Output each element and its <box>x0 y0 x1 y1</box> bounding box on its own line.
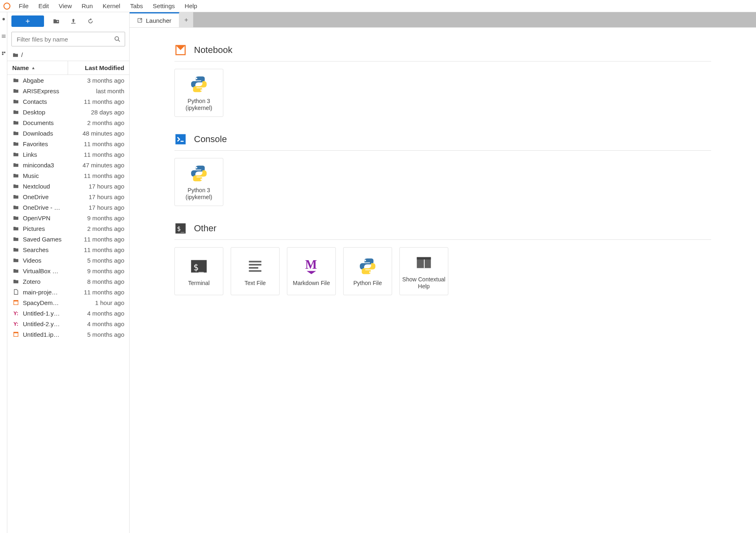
file-row[interactable]: miniconda347 minutes ago <box>7 160 129 170</box>
file-browser-toolbar <box>7 12 129 30</box>
folder-icon <box>12 119 20 126</box>
tab-bar: Launcher <box>130 12 756 28</box>
folder-icon <box>12 204 20 211</box>
file-row[interactable]: Untitled1.ip…5 months ago <box>7 329 129 340</box>
file-filter-input[interactable] <box>11 32 125 46</box>
folder-icon <box>12 108 20 116</box>
file-row[interactable]: Abgabe3 months ago <box>7 75 129 86</box>
folder-icon <box>12 129 20 137</box>
main-area: Launcher NotebookPython 3(ipykernel)Cons… <box>130 12 756 533</box>
file-row[interactable]: OpenVPN9 months ago <box>7 213 129 223</box>
column-name[interactable]: Name ▲ <box>7 61 68 75</box>
menu-settings[interactable]: Settings <box>148 1 180 11</box>
file-row[interactable]: Documents2 months ago <box>7 117 129 128</box>
rail-folder-icon[interactable] <box>1 16 7 22</box>
svg-rect-5 <box>2 52 3 53</box>
svg-line-11 <box>118 40 120 42</box>
tab-launcher[interactable]: Launcher <box>130 12 179 27</box>
card-label: Markdown File <box>293 280 330 287</box>
file-row[interactable]: VirtualBox …9 months ago <box>7 265 129 276</box>
menu-edit[interactable]: Edit <box>33 1 54 11</box>
launcher-card-python[interactable]: Python 3(ipykernel) <box>174 69 223 117</box>
launcher-tab-icon <box>137 18 143 23</box>
file-modified: 5 months ago <box>67 257 124 264</box>
jupyter-logo-icon <box>3 2 11 10</box>
file-name: Links <box>23 151 67 158</box>
file-row[interactable]: Links11 months ago <box>7 149 129 160</box>
launcher-card-textfile[interactable]: Text File <box>231 247 280 295</box>
file-modified: 28 days ago <box>67 109 124 116</box>
file-name: Contacts <box>23 98 67 105</box>
launcher-card-help[interactable]: Show ContextualHelp <box>399 247 448 295</box>
file-row[interactable]: OneDrive - …17 hours ago <box>7 202 129 213</box>
rail-extensions-icon[interactable] <box>1 50 7 56</box>
file-name: Searches <box>23 246 67 253</box>
file-name: OneDrive - … <box>23 204 67 211</box>
breadcrumb[interactable]: / <box>7 49 129 61</box>
file-row[interactable]: Saved Games11 months ago <box>7 234 129 244</box>
file-row[interactable]: Desktop28 days ago <box>7 107 129 117</box>
file-browser: / Name ▲ Last Modified Abgabe3 months ag… <box>7 12 130 533</box>
file-row[interactable]: Y:Untitled-1.y…4 months ago <box>7 308 129 318</box>
python-icon <box>357 256 378 276</box>
launcher-card-python[interactable]: Python File <box>343 247 392 295</box>
file-row[interactable]: Downloads48 minutes ago <box>7 128 129 138</box>
file-row[interactable]: Music11 months ago <box>7 170 129 181</box>
file-row[interactable]: Videos5 months ago <box>7 255 129 265</box>
upload-button[interactable] <box>68 16 78 26</box>
svg-point-22 <box>201 179 202 180</box>
new-folder-button[interactable] <box>51 16 61 26</box>
folder-icon <box>12 246 20 253</box>
file-row[interactable]: Pictures2 months ago <box>7 223 129 234</box>
upload-icon <box>70 18 77 25</box>
rail-list-icon[interactable] <box>1 33 7 39</box>
folder-icon <box>12 140 20 147</box>
file-name: OpenVPN <box>23 215 67 222</box>
svg-point-10 <box>115 37 119 40</box>
file-name: Untitled1.ip… <box>23 331 67 338</box>
menu-file[interactable]: File <box>14 1 33 11</box>
plus-icon <box>24 18 31 24</box>
add-tab-button[interactable] <box>179 12 193 27</box>
file-row[interactable]: main-proje…11 months ago <box>7 287 129 297</box>
file-row[interactable]: Searches11 months ago <box>7 244 129 255</box>
folder-icon <box>12 225 20 232</box>
folder-icon <box>12 87 20 94</box>
terminal-icon: $_ <box>189 256 209 276</box>
menu-tabs[interactable]: Tabs <box>125 1 148 11</box>
file-name: Videos <box>23 257 67 264</box>
folder-icon <box>12 278 20 285</box>
menu-help[interactable]: Help <box>180 1 202 11</box>
file-row[interactable]: Nextcloud17 hours ago <box>7 181 129 191</box>
svg-rect-36 <box>424 260 425 268</box>
launcher-card-markdown[interactable]: MMarkdown File <box>287 247 336 295</box>
section-title: Console <box>194 134 227 145</box>
menu-view[interactable]: View <box>54 1 77 11</box>
file-row[interactable]: Y:Untitled-2.y…4 months ago <box>7 318 129 329</box>
file-row[interactable]: SpacyDem…1 hour ago <box>7 297 129 308</box>
menubar: FileEditViewRunKernelTabsSettingsHelp <box>0 0 756 12</box>
file-row[interactable]: ARISExpresslast month <box>7 86 129 96</box>
new-launcher-button[interactable] <box>11 15 44 27</box>
column-modified[interactable]: Last Modified <box>68 61 129 75</box>
refresh-button[interactable] <box>86 16 95 26</box>
launcher-section-notebook: NotebookPython 3(ipykernel) <box>174 44 711 117</box>
file-name: VirtualBox … <box>23 268 67 274</box>
launcher-card-terminal[interactable]: $_Terminal <box>174 247 223 295</box>
file-name: Downloads <box>23 130 67 137</box>
file-modified: 47 minutes ago <box>67 162 124 169</box>
menu-run[interactable]: Run <box>77 1 98 11</box>
svg-rect-28 <box>249 264 262 265</box>
launcher-card-python[interactable]: Python 3(ipykernel) <box>174 158 223 206</box>
file-modified: 11 months ago <box>67 246 124 253</box>
menu-kernel[interactable]: Kernel <box>98 1 125 11</box>
file-row[interactable]: Favorites11 months ago <box>7 138 129 149</box>
notebook-icon <box>12 331 20 338</box>
section-title: Notebook <box>194 45 232 55</box>
file-modified: 17 hours ago <box>67 193 124 200</box>
file-row[interactable]: Contacts11 months ago <box>7 96 129 107</box>
plus-icon <box>183 17 189 23</box>
file-modified: 3 months ago <box>67 77 124 84</box>
file-row[interactable]: Zotero8 months ago <box>7 276 129 287</box>
file-row[interactable]: OneDrive17 hours ago <box>7 191 129 202</box>
